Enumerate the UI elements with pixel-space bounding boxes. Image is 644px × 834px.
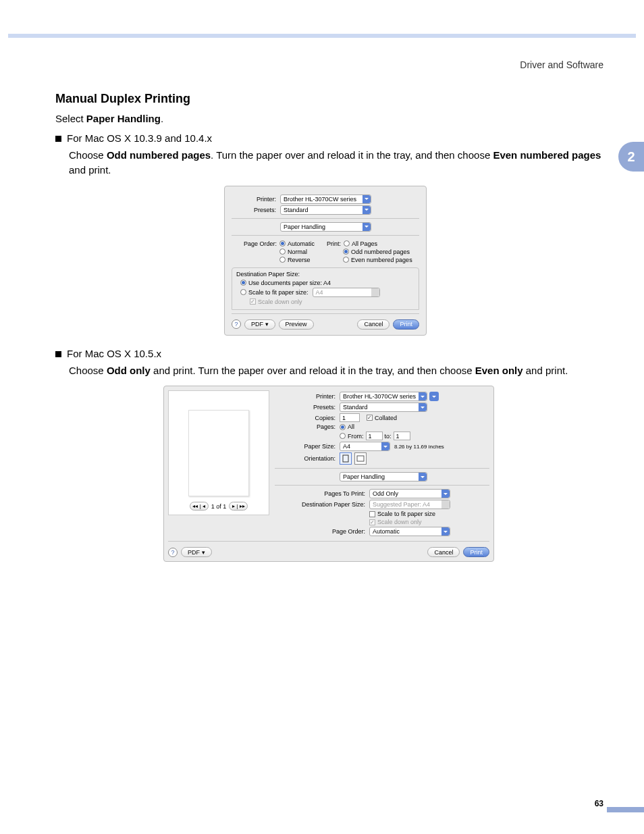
pane-select[interactable]: Paper Handling <box>340 472 427 481</box>
select-prefix: Select <box>55 113 86 124</box>
preview-nav: ◂◂ | ◂ 1 of 1 ▸ | ▸▸ <box>190 502 248 511</box>
pr-odd-label: Odd numbered pages <box>351 249 410 255</box>
select-line: Select Paper Handling. <box>55 113 603 124</box>
radio-automatic[interactable] <box>279 240 286 246</box>
pane-value: Paper Handling <box>284 224 325 230</box>
printer-select[interactable]: Brother HL-3070CW series <box>280 194 371 204</box>
dialog-footer: ? PDF ▾ Cancel Print <box>168 547 489 557</box>
papersize-select[interactable]: A4 <box>340 442 390 451</box>
print-group: Print: All Pages Odd numbered pages Even… <box>327 240 412 263</box>
landscape-icon <box>356 455 365 462</box>
print-button[interactable]: Print <box>393 319 419 330</box>
pages-to-print-value: Odd Only <box>373 490 398 497</box>
p2b: Odd only <box>107 365 151 376</box>
radio-use-doc-size[interactable] <box>240 280 246 286</box>
presets-label: Presets: <box>232 207 280 213</box>
scale-to-fit-checkbox[interactable] <box>369 511 375 517</box>
page-order-select[interactable]: Automatic <box>369 527 450 536</box>
radio-odd-pages[interactable] <box>343 249 349 255</box>
radio-all-pages[interactable] <box>344 240 350 246</box>
papersize-dims: 8.26 by 11.69 inches <box>394 444 444 450</box>
divider <box>232 218 419 219</box>
checkbox-scale-down[interactable] <box>250 298 256 305</box>
pdf-button[interactable]: PDF ▾ <box>244 319 275 330</box>
collated-checkbox[interactable] <box>367 415 373 421</box>
help-icon[interactable]: ? <box>232 319 241 329</box>
divider <box>275 485 489 486</box>
pr-all-label: All Pages <box>352 240 377 247</box>
print-button[interactable]: Print <box>463 547 489 557</box>
p1d: Even numbered pages <box>493 149 601 161</box>
pane-select[interactable]: Paper Handling <box>280 222 371 232</box>
divider <box>275 468 489 469</box>
from-input[interactable]: 1 <box>366 432 383 440</box>
pr-even-label: Even numbered pages <box>351 257 412 263</box>
dropdown-icon <box>441 490 450 498</box>
bullet-1-text: For Mac OS X 10.3.9 and 10.4.x <box>67 132 212 144</box>
scale-fit-label: Scale to fit paper size <box>377 511 435 517</box>
select-bold: Paper Handling <box>86 113 161 124</box>
dropdown-icon <box>419 403 427 411</box>
presets-select[interactable]: Standard <box>280 205 371 215</box>
radio-pages-all[interactable] <box>340 424 346 430</box>
dropdown-icon <box>441 500 450 509</box>
pane-value: Paper Handling <box>343 473 385 480</box>
footer-accent-bar <box>607 807 644 812</box>
divider <box>232 235 419 236</box>
para-1: Choose Odd numbered pages. Turn the pape… <box>69 148 603 178</box>
p2a: Choose <box>69 365 107 376</box>
page-order-label: Page Order: <box>244 240 277 247</box>
dest-size-select[interactable]: Suggested Paper: A4 <box>369 500 450 509</box>
pages-from-label: From: <box>348 433 364 440</box>
cancel-button[interactable]: Cancel <box>357 319 390 330</box>
presets-value: Standard <box>284 207 308 213</box>
radio-reverse[interactable] <box>279 257 286 263</box>
orientation-portrait-button[interactable] <box>340 452 352 465</box>
bullet-icon <box>55 351 61 357</box>
pages-all-label: All <box>348 423 354 430</box>
dropdown-icon <box>419 392 427 400</box>
copies-value: 1 <box>342 415 346 421</box>
printer-value: Brother HL-3070CW series <box>284 196 356 203</box>
pages-to-print-select[interactable]: Odd Only <box>369 489 450 498</box>
printer-select[interactable]: Brother HL-3070CW series <box>340 392 427 401</box>
to-value: 1 <box>396 433 400 440</box>
printer-info-button[interactable] <box>429 392 439 401</box>
cancel-button[interactable]: Cancel <box>427 547 460 557</box>
presets-label: Presets: <box>275 404 340 411</box>
p1a: Choose <box>69 149 107 161</box>
bullet-2: For Mac OS X 10.5.x <box>55 348 603 359</box>
pdf-button[interactable]: PDF ▾ <box>181 547 212 557</box>
destination-size-group: Destination Paper Size: Use documents pa… <box>232 267 419 310</box>
copies-input[interactable]: 1 <box>340 413 360 422</box>
para-2: Choose Odd only and print. Turn the pape… <box>69 363 603 378</box>
page-content: Manual Duplex Printing Select Paper Hand… <box>55 92 603 574</box>
papersize-label: Paper Size: <box>275 443 340 450</box>
dropdown-icon <box>381 442 390 450</box>
nav-last-button[interactable]: ▸ | ▸▸ <box>229 502 248 511</box>
use-doc-label: Use documents paper size: A4 <box>248 280 331 286</box>
orientation-landscape-button[interactable] <box>354 452 367 465</box>
presets-select[interactable]: Standard <box>340 402 427 412</box>
pages-to-print-label: Pages To Print: <box>275 490 369 497</box>
p1b: Odd numbered pages <box>107 149 211 161</box>
print-label: Print: <box>327 240 341 247</box>
p1e: and print. <box>69 164 111 176</box>
bullet-icon <box>55 136 61 142</box>
radio-pages-from[interactable] <box>340 433 346 439</box>
dropdown-icon <box>371 288 379 296</box>
radio-normal[interactable] <box>279 249 286 255</box>
radio-even-pages[interactable] <box>343 257 349 263</box>
svg-rect-0 <box>343 455 348 462</box>
chapter-tab: 2 <box>618 142 644 172</box>
from-value: 1 <box>369 433 372 440</box>
radio-scale-fit[interactable] <box>240 289 246 295</box>
nav-first-button[interactable]: ◂◂ | ◂ <box>190 502 209 511</box>
printer-label: Printer: <box>232 196 280 203</box>
preview-button[interactable]: Preview <box>279 319 314 330</box>
scale-paper-select[interactable]: A4 <box>313 288 380 297</box>
page-thumbnail <box>188 410 249 496</box>
help-icon[interactable]: ? <box>168 548 178 557</box>
scale-down-checkbox[interactable] <box>369 519 375 525</box>
to-input[interactable]: 1 <box>394 432 410 440</box>
